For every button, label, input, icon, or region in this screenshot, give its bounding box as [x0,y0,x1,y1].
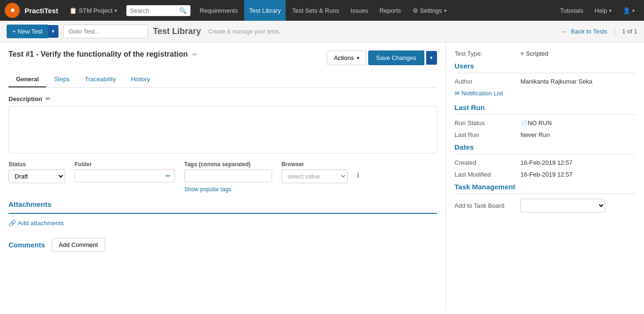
user-caret: ▾ [632,8,635,13]
paperclip-icon: 🔗 [8,220,16,227]
task-board-select[interactable] [520,199,605,212]
description-box[interactable] [8,106,437,153]
main-content: Test #1 - Verify the functionality of th… [0,42,644,311]
test-title-bar: Test #1 - Verify the functionality of th… [8,50,198,59]
attachments-divider [8,213,437,214]
task-management-section-title: Task Management [454,183,636,194]
save-dropdown-caret: ▾ [430,55,433,60]
status-select[interactable]: Draft Ready Approved Rejected [8,170,65,183]
logo[interactable]: ✱ [5,3,20,18]
envelope-icon: ✉ [454,90,460,97]
nav-help[interactable]: Help ▾ [590,0,616,21]
no-run-icon: 📄 [520,120,528,127]
new-test-button[interactable]: + New Test [7,25,48,38]
issues-label: Issues [350,7,368,14]
folder-input[interactable] [75,170,162,182]
tab-history[interactable]: History [124,72,157,87]
nav-tutorials[interactable]: Tutorials [555,0,588,21]
nav-requirements[interactable]: Requirements [195,0,243,21]
author-value: Manikanta Rajkumar Seka [520,78,592,85]
last-run-row: Last Run Never Run [454,131,636,138]
actions-label: Actions [334,54,354,61]
browser-label: Browser [281,161,347,168]
attachments-section: Attachments 🔗 Add attachments [8,200,437,227]
last-run-value: Never Run [520,131,550,138]
right-panel: Test Type: ≡ Scripted Users Author Manik… [446,42,644,311]
last-run-section-title: Last Run [454,103,636,115]
search-icon: 🔍 [179,7,187,14]
settings-caret: ▾ [444,8,446,13]
nav-user[interactable]: 👤 ▾ [618,0,639,21]
tab-steps[interactable]: Steps [46,72,77,87]
fields-row: Status Draft Ready Approved Rejected Fol… [8,161,437,193]
tags-group: Tags (comma separated) Show popular tags [184,161,272,193]
new-test-group: + New Test ▾ [7,25,58,38]
nav-reports[interactable]: Reports [375,0,406,21]
browser-group: Browser select value [281,161,347,183]
last-modified-row: Last Modified 16-Feb-2019 12:57 [454,171,636,178]
tab-traceability[interactable]: Traceability [77,72,124,87]
library-subtitle: Create & manage your tests. [208,28,281,35]
edit-title-icon[interactable]: ✏ [192,51,198,58]
add-to-task-board-label: Add to Task Board [454,202,520,209]
nav-settings[interactable]: ⚙ Settings ▾ [408,0,451,21]
save-changes-button[interactable]: Save Changes [368,51,424,65]
tab-general[interactable]: General [8,72,46,87]
nav-test-sets[interactable]: Test Sets & Runs [288,0,344,21]
created-label: Created [454,159,520,166]
left-panel: Test #1 - Verify the functionality of th… [0,42,446,311]
run-status-label: Run Status [454,119,520,127]
test-sets-label: Test Sets & Runs [292,7,339,14]
search-input[interactable] [130,7,177,14]
title-actions-right: Actions ▾ Save Changes ▾ [327,51,437,65]
dates-section-title: Dates [454,143,636,154]
folder-group: Folder ✏ [74,161,175,182]
back-to-tests-link[interactable]: Back to Tests [571,28,607,35]
new-test-dropdown-button[interactable]: ▾ [48,25,58,38]
comments-title: Comments [8,241,45,249]
actions-caret: ▾ [357,55,359,60]
tags-label: Tags (comma separated) [184,161,272,168]
test-title: Test #1 - Verify the functionality of th… [8,50,188,59]
show-popular-tags-link[interactable]: Show popular tags [184,186,272,193]
comments-header: Comments Add Comment [8,238,437,252]
requirements-label: Requirements [200,7,238,14]
edit-description-icon[interactable]: ✏ [45,95,50,102]
secondary-toolbar: + New Test ▾ Test Library Create & manag… [0,21,644,42]
folder-input-wrap: ✏ [74,170,175,182]
new-test-label: + New Test [12,28,42,35]
author-row: Author Manikanta Rajkumar Seka [454,78,636,85]
add-comment-button[interactable]: Add Comment [52,238,105,252]
notification-list-link[interactable]: ✉ Notification List [454,90,636,97]
save-changes-dropdown[interactable]: ▾ [426,51,437,65]
browser-select[interactable]: select value [281,170,347,183]
nav-stm-project[interactable]: 📋 STM Project ▾ [65,0,121,21]
title-actions-wrap: Test #1 - Verify the functionality of th… [8,50,437,65]
actions-button[interactable]: Actions ▾ [327,51,366,65]
reports-label: Reports [380,7,401,14]
goto-test-input[interactable] [63,25,148,38]
test-type-label: Test Type: [454,50,520,57]
nav-right: Tutorials Help ▾ 👤 ▾ [555,0,639,21]
tags-input[interactable] [184,170,272,182]
run-status-row: Run Status 📄 NO RUN [454,119,636,127]
user-icon: 👤 [623,7,630,14]
add-attachments-link[interactable]: 🔗 Add attachments [8,220,437,227]
new-test-dropdown-caret: ▾ [52,28,55,34]
stm-project-caret: ▾ [115,8,117,13]
author-label: Author [454,78,520,85]
stm-project-label: 📋 STM Project [69,7,112,14]
created-value: 16-Feb-2019 12:57 [520,159,573,166]
description-label: Description ✏ [8,95,437,102]
test-type-row: Test Type: ≡ Scripted [454,50,636,57]
tabs: General Steps Traceability History [8,72,437,88]
folder-edit-icon[interactable]: ✏ [162,170,174,181]
nav-issues[interactable]: Issues [346,0,373,21]
last-modified-value: 16-Feb-2019 12:57 [520,171,573,178]
settings-icon: ⚙ [413,7,418,14]
comments-section: Comments Add Comment [8,238,437,252]
info-icon[interactable]: ℹ [357,171,359,179]
library-title: Test Library [153,26,201,36]
nav-test-library[interactable]: Test Library [244,0,285,21]
last-run-label: Last Run [454,131,520,138]
